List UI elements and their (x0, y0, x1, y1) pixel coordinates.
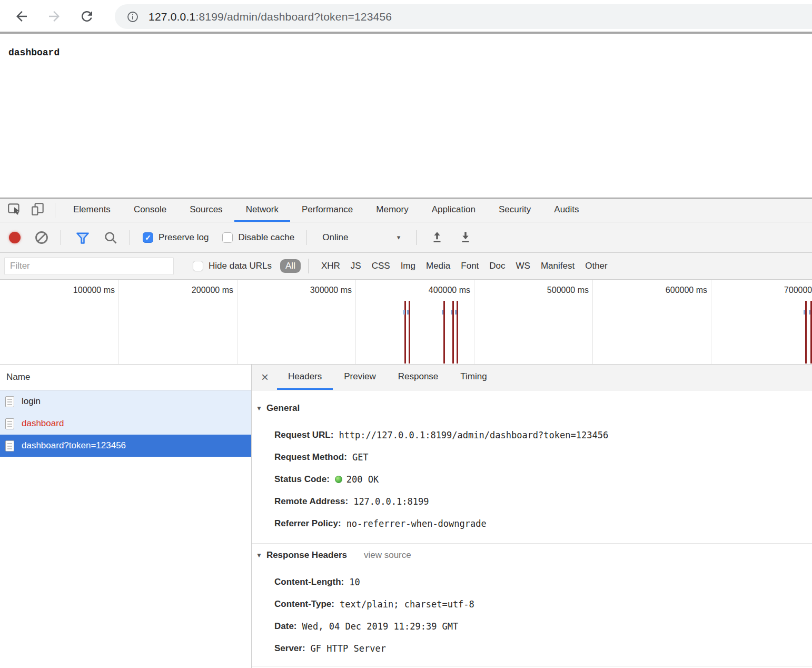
details-tabbar: × Headers Preview Response Timing (252, 365, 812, 390)
inspect-element-button[interactable] (7, 202, 23, 219)
request-row-dashboard-token[interactable]: dashboard?token=123456 (0, 435, 251, 457)
divider (308, 259, 309, 273)
tab-preview[interactable]: Preview (333, 365, 387, 390)
overview-gridline (237, 280, 237, 364)
divider (130, 230, 130, 245)
overview-tick-label: 100000 ms (73, 286, 115, 295)
filter-type-manifest[interactable]: Manifest (541, 261, 575, 271)
network-overview[interactable]: 100000 ms 200000 ms 300000 ms 400000 ms … (0, 280, 812, 365)
throttling-dropdown[interactable]: Online ▾ (322, 232, 400, 243)
request-tick (455, 310, 457, 315)
request-name: dashboard?token=123456 (22, 440, 126, 451)
close-details-button[interactable]: × (252, 365, 277, 390)
tab-timing[interactable]: Timing (449, 365, 498, 390)
clear-button[interactable] (34, 230, 49, 245)
status-green-dot-icon (335, 476, 342, 483)
header-item-status-code: Status Code: 200 OK (274, 468, 812, 490)
request-tick (804, 310, 805, 315)
divider (61, 230, 61, 245)
overview-tick-label: 400000 ms (429, 286, 470, 295)
browser-toolbar: 127.0.0.1:8199/admin/dashboard?token=123… (0, 0, 812, 32)
disable-cache-checkbox[interactable] (222, 232, 233, 243)
filter-type-all[interactable]: All (280, 259, 301, 273)
tab-application[interactable]: Application (420, 199, 487, 222)
header-item-remote-address: Remote Address: 127.0.0.1:8199 (274, 490, 812, 513)
header-item-content-length: Content-Length: 10 (274, 571, 812, 593)
address-bar[interactable]: 127.0.0.1:8199/admin/dashboard?token=123… (115, 4, 812, 29)
document-icon (5, 396, 14, 407)
filter-type-img[interactable]: Img (401, 261, 415, 271)
funnel-icon (75, 230, 91, 246)
page-info-icon[interactable] (126, 11, 139, 23)
request-tick (809, 310, 810, 315)
overview-gridline (355, 280, 356, 364)
request-details-pane: × Headers Preview Response Timing ▼ Gene… (252, 365, 812, 668)
overview-gridline (474, 280, 474, 364)
filter-type-font[interactable]: Font (461, 261, 479, 271)
hide-data-urls-checkbox[interactable] (193, 261, 203, 271)
tab-performance[interactable]: Performance (290, 199, 364, 222)
filter-toggle-button[interactable] (75, 230, 90, 245)
general-section-header[interactable]: ▼ General (252, 397, 812, 420)
disclosure-triangle-icon: ▼ (256, 552, 262, 559)
filter-input[interactable] (4, 257, 174, 275)
filter-type-media[interactable]: Media (426, 261, 450, 271)
forward-button[interactable] (46, 8, 62, 24)
tab-memory[interactable]: Memory (364, 199, 420, 222)
header-item-date: Date: Wed, 04 Dec 2019 11:29:39 GMT (274, 615, 812, 637)
tab-network[interactable]: Network (234, 199, 290, 222)
export-har-button[interactable] (459, 230, 473, 245)
tab-headers[interactable]: Headers (277, 365, 333, 390)
tab-audits[interactable]: Audits (542, 199, 590, 222)
search-button[interactable] (103, 230, 118, 245)
disclosure-triangle-icon: ▼ (256, 405, 262, 412)
tab-response[interactable]: Response (387, 365, 450, 390)
download-icon (459, 230, 472, 244)
devtools-panel: Elements Console Sources Network Perform… (0, 198, 812, 668)
hide-data-urls-label: Hide data URLs (209, 261, 272, 271)
filter-type-other[interactable]: Other (585, 261, 608, 271)
request-row-dashboard[interactable]: dashboard (0, 412, 251, 435)
overview-gridline (118, 280, 119, 364)
filter-type-xhr[interactable]: XHR (321, 261, 340, 271)
import-har-button[interactable] (430, 230, 445, 245)
network-toolbar: ✓ Preserve log Disable cache Online ▾ (0, 222, 812, 253)
document-icon (5, 418, 14, 429)
request-name: dashboard (22, 418, 64, 429)
request-list-column: Name login dashboard dashboard?token=123… (0, 365, 252, 668)
device-toolbar-button[interactable] (31, 202, 46, 219)
overview-gridline (592, 280, 593, 364)
tab-security[interactable]: Security (487, 199, 542, 222)
header-item-referrer-policy: Referrer Policy: no-referrer-when-downgr… (274, 513, 812, 535)
header-item-request-url: Request URL: http://127.0.0.1:8199/admin… (274, 424, 812, 446)
request-row-login[interactable]: login (0, 390, 251, 412)
check-icon: ✓ (145, 234, 151, 241)
chevron-down-icon: ▾ (397, 233, 401, 241)
document-icon (5, 440, 14, 451)
filter-type-js[interactable]: JS (351, 261, 361, 271)
filter-type-ws[interactable]: WS (516, 261, 530, 271)
record-button[interactable] (9, 232, 21, 243)
overview-tick-label: 600000 ms (666, 286, 707, 295)
name-column-header[interactable]: Name (0, 365, 251, 390)
filter-type-doc[interactable]: Doc (489, 261, 505, 271)
back-button[interactable] (14, 8, 29, 24)
view-source-link[interactable]: view source (364, 550, 411, 561)
tab-console[interactable]: Console (122, 199, 178, 222)
inspect-cursor-icon (7, 202, 22, 217)
filter-type-css[interactable]: CSS (372, 261, 390, 271)
overview-tick-label: 200000 ms (192, 286, 233, 295)
divider (416, 230, 417, 245)
request-name: login (22, 396, 41, 407)
network-filter-bar: Hide data URLs All XHR JS CSS Img Media … (0, 253, 812, 280)
reload-button[interactable] (79, 8, 95, 24)
preserve-log-checkbox[interactable]: ✓ (143, 232, 153, 243)
response-headers-section-header[interactable]: ▼ Response Headers view source (252, 544, 812, 567)
search-icon (103, 230, 118, 245)
overview-tick-label: 300000 ms (310, 286, 352, 295)
header-item-request-method: Request Method: GET (274, 446, 812, 468)
upload-icon (430, 230, 444, 244)
tab-elements[interactable]: Elements (62, 199, 122, 222)
tab-sources[interactable]: Sources (178, 199, 234, 222)
overview-tick-label: 500000 ms (547, 286, 589, 295)
